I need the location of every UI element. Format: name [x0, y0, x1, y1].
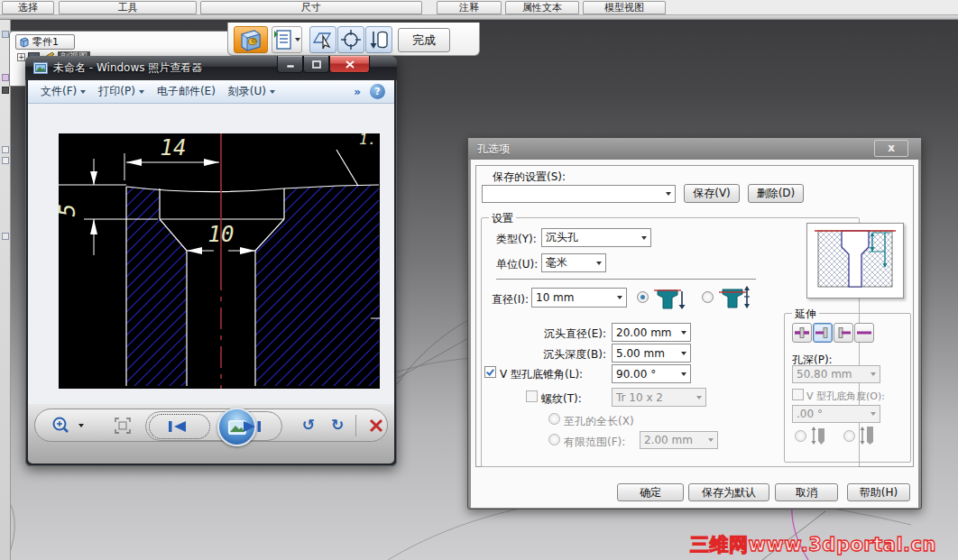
type-combo[interactable]: 沉头孔: [541, 228, 651, 247]
v-angle-combo-arrow[interactable]: [681, 372, 686, 376]
tree-expand-icon[interactable]: +: [17, 53, 25, 61]
extend-option-4[interactable]: [854, 323, 874, 343]
clipped-tool-icon[interactable]: [2, 74, 9, 81]
depth-mode-radio-2[interactable]: [702, 291, 714, 303]
help-icon[interactable]: ?: [370, 84, 385, 99]
v-bottom-combo-arrow[interactable]: [870, 412, 876, 416]
v-angle-checkbox[interactable]: [484, 366, 496, 378]
cad-drawing: 14 5 10 1.: [59, 133, 380, 389]
rotate-ccw-icon[interactable]: ↺: [302, 416, 315, 434]
extend-option-4-icon: [857, 327, 871, 338]
cbore-diameter-combo-arrow[interactable]: [681, 331, 686, 335]
hole-feature-button[interactable]: [234, 26, 268, 53]
type-combo-arrow[interactable]: [641, 236, 647, 240]
dialog-titlebar[interactable]: 孔选项: [468, 138, 921, 160]
cbore-depth-label: 沉头深度(B):: [522, 347, 606, 363]
menu-print-arrow: [139, 90, 144, 94]
menu-burn[interactable]: 刻录(U): [228, 84, 275, 99]
close-button[interactable]: [329, 56, 370, 73]
diameter-combo-arrow[interactable]: [617, 296, 622, 299]
saved-settings-combo[interactable]: [482, 185, 676, 203]
v-angle-label: V 型孔底锥角(L):: [500, 367, 583, 382]
extend-option-2-icon: [815, 327, 830, 338]
menu-tab-dimension[interactable]: 尺寸: [200, 1, 422, 14]
cbore-depth-combo-arrow[interactable]: [681, 352, 686, 355]
extend-option-1-icon: [795, 327, 809, 338]
unit-combo-arrow[interactable]: [596, 262, 602, 265]
cbore-diameter-combo[interactable]: 20.00 mm: [612, 323, 691, 342]
clipped-tool-icon[interactable]: [2, 31, 9, 38]
thread-combo-arrow[interactable]: [696, 396, 702, 399]
maximize-button[interactable]: [303, 56, 329, 73]
minimize-icon: [286, 60, 295, 69]
clipped-tool-icon[interactable]: [2, 233, 9, 240]
menu-print[interactable]: 打印(P): [98, 84, 144, 99]
counterbore-depth-icon: [654, 284, 686, 309]
hole-depth-combo-arrow[interactable]: [870, 372, 876, 376]
fit-to-window-icon[interactable]: [115, 418, 131, 434]
finite-range-combo-arrow[interactable]: [708, 438, 714, 442]
part-tab[interactable]: 零件1: [15, 34, 75, 50]
saved-settings-label: 保存的设置(S):: [493, 170, 566, 185]
unit-combo[interactable]: 毫米: [541, 253, 606, 272]
save-settings-button[interactable]: 保存(V): [684, 184, 740, 203]
finite-range-radio[interactable]: [548, 434, 560, 445]
zoom-dropdown-arrow[interactable]: [78, 424, 84, 427]
menu-tab-property-text[interactable]: 属性文本: [505, 1, 579, 14]
ok-button[interactable]: 确定: [617, 483, 684, 501]
center-point-button[interactable]: [337, 26, 364, 53]
v-bottom-checkbox[interactable]: [792, 389, 804, 400]
depth-mode-radio-1[interactable]: [637, 291, 649, 303]
help-button[interactable]: 帮助(H): [847, 483, 910, 501]
extend-option-2[interactable]: [813, 323, 833, 343]
v-bottom-combo[interactable]: .00 °: [792, 405, 880, 423]
extend-option-1[interactable]: [792, 323, 812, 343]
delete-settings-button[interactable]: 删除(D): [748, 184, 804, 203]
done-button[interactable]: 完成: [398, 28, 450, 52]
diameter-combo[interactable]: 10 mm: [531, 288, 627, 308]
menu-tab-select[interactable]: 选择: [2, 1, 54, 14]
thread-checkbox[interactable]: [526, 390, 538, 402]
v-bottom-mode-radio-1[interactable]: [795, 430, 806, 442]
clipped-tool-icon[interactable]: [2, 146, 9, 153]
v-bottom-mode-radio-2[interactable]: [843, 430, 855, 442]
v-bottom-label: V 型孔底角度(O):: [806, 390, 885, 403]
save-default-button[interactable]: 保存为默认: [688, 483, 769, 501]
extend-group-label: 延伸: [792, 307, 819, 322]
property-list-dropdown-arrow[interactable]: [295, 38, 300, 41]
hole-depth-button[interactable]: [365, 26, 392, 53]
extend-option-3[interactable]: [834, 323, 853, 343]
menu-tab-annotation[interactable]: 注释: [437, 1, 502, 14]
cylinder-down-icon: [368, 29, 390, 50]
cbore-depth-combo[interactable]: 5.00 mm: [612, 344, 691, 363]
minimize-button[interactable]: [277, 56, 303, 73]
menu-overflow-chevron[interactable]: »: [354, 86, 361, 98]
finite-range-combo[interactable]: 2.00 mm: [640, 431, 718, 449]
delete-icon[interactable]: [369, 418, 383, 433]
menu-email[interactable]: 电子邮件(E): [157, 84, 216, 99]
zoom-icon[interactable]: [51, 416, 75, 436]
rotate-cw-icon[interactable]: ↻: [331, 416, 344, 434]
photo-viewer-menubar: 文件(F) 打印(P) 电子邮件(E) 刻录(U) » ?: [28, 80, 394, 104]
select-face-button[interactable]: [309, 26, 336, 53]
v-angle-combo[interactable]: 90.00 °: [612, 364, 691, 383]
hole-depth-combo[interactable]: 50.80 mm: [792, 365, 880, 383]
menu-file[interactable]: 文件(F): [41, 84, 86, 99]
menu-tab-model-view[interactable]: 模型视图: [583, 1, 666, 14]
previous-icon[interactable]: [168, 420, 188, 433]
property-list-button[interactable]: [272, 26, 302, 53]
clipped-tool-icon[interactable]: [2, 157, 9, 164]
dim-corner: 1.: [359, 133, 376, 148]
cancel-button[interactable]: 取消: [775, 483, 838, 501]
dialog-close-button[interactable]: x: [874, 140, 908, 157]
menu-tab-tools[interactable]: 工具: [59, 1, 197, 14]
part-tab-label: 零件1: [32, 35, 59, 49]
select-face-icon: [312, 30, 334, 50]
clipped-tool-icon[interactable]: [2, 87, 9, 94]
cad-drawing-image: 14 5 10 1.: [59, 133, 380, 389]
next-icon[interactable]: [242, 420, 262, 433]
thread-combo[interactable]: Tr 10 x 2: [612, 388, 706, 407]
full-length-radio[interactable]: [548, 413, 560, 425]
hole-feature-icon: [238, 27, 263, 52]
saved-settings-combo-arrow[interactable]: [666, 192, 671, 196]
